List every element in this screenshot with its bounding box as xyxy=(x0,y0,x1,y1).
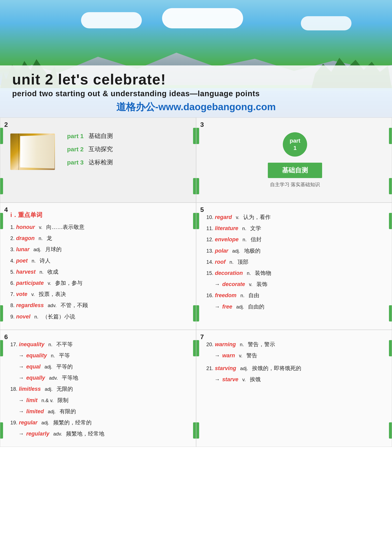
right-accent-top xyxy=(193,128,196,144)
slide-4: 4 i．重点单词 1. honour v. 向……表示敬意 2. dragon … xyxy=(0,203,196,330)
list-item: → free adj. 自由的 xyxy=(215,302,384,311)
left-accent-top xyxy=(0,128,3,144)
list-item: 9. novel n. （长篇）小说 xyxy=(10,312,188,321)
left-accent-top-s3 xyxy=(196,128,199,144)
right-accent-bottom-s7 xyxy=(389,422,392,439)
vocab-list-7: 20. warning n. 警告，警示 → warn v. 警告 21. st… xyxy=(206,340,384,384)
book-pages xyxy=(20,135,55,168)
parts-list: part 1 基础自测 part 2 互动探究 part 3 达标检测 xyxy=(67,132,113,171)
right-accent-bottom-s4 xyxy=(193,305,196,321)
jichuzice-button: 基础自测 xyxy=(268,163,322,178)
left-accent-top-s7 xyxy=(196,340,199,356)
right-accent-top-s3 xyxy=(389,128,392,144)
list-item: 13. polar adj. 地极的 xyxy=(206,246,384,255)
slide-5: 5 10. regard v. 认为，看作 11. literature n. … xyxy=(196,203,392,330)
part-circle: part1 xyxy=(283,132,307,157)
slide-4-number: 4 xyxy=(4,206,8,214)
slide-7: 7 20. warning n. 警告，警示 → warn v. 警告 21. … xyxy=(196,330,392,447)
list-item: part 3 达标检测 xyxy=(67,158,113,167)
list-item: 21. starving adj. 挨饿的，即将饿死的 xyxy=(206,364,384,373)
right-accent-top-s7 xyxy=(389,340,392,356)
list-item: 4. poet n. 诗人 xyxy=(10,257,188,265)
vocab-list-4: 1. honour v. 向……表示敬意 2. dragon n. 龙 3. l… xyxy=(10,223,188,321)
cloud-3 xyxy=(301,16,351,30)
list-item: 11. literature n. 文学 xyxy=(206,224,384,233)
list-item: 3. lunar adj. 月球的 xyxy=(10,245,188,254)
hero-section: unit 2 let's celebrate! period two start… xyxy=(0,0,392,118)
list-item: → limit n.& v. 限制 xyxy=(18,396,188,405)
left-accent-bottom xyxy=(0,178,3,194)
list-item: 20. warning n. 警告，警示 xyxy=(206,340,384,349)
list-item: 15. decoration n. 装饰物 xyxy=(206,269,384,278)
list-item: part 1 基础自测 xyxy=(67,132,113,140)
list-item: 14. roof n. 顶部 xyxy=(206,258,384,266)
right-accent-bottom-s6 xyxy=(193,422,196,439)
vocab-list-6: 17. inequality n. 不平等 → equality n. 平等 →… xyxy=(10,340,188,438)
left-accent-bottom-s3 xyxy=(196,178,199,194)
cloud-1 xyxy=(81,12,142,28)
left-accent-bottom-s7 xyxy=(196,422,199,439)
list-item: → equal adj. 平等的 xyxy=(18,362,188,371)
subtitle: period two starting out & understanding … xyxy=(12,89,380,98)
list-item: 12. envelope n. 信封 xyxy=(206,235,384,244)
list-item: → limited adj. 有限的 xyxy=(18,407,188,416)
list-item: 17. inequality n. 不平等 xyxy=(10,340,188,349)
slide-2-number: 2 xyxy=(4,121,8,128)
left-accent-top-s6 xyxy=(0,340,3,356)
cloud-2 xyxy=(162,8,243,28)
list-item: part 2 互动探究 xyxy=(67,145,113,153)
book-image xyxy=(10,133,55,170)
left-accent-top-s4 xyxy=(0,213,3,229)
right-accent-top-s6 xyxy=(193,340,196,356)
part-circle-text: part1 xyxy=(290,137,301,152)
slide-3: 3 part1 基础自测 自主学习 落实基础知识 xyxy=(196,118,392,203)
website-label: 道格办公-www.daogebangong.com xyxy=(12,100,380,113)
left-accent-bottom-s6 xyxy=(0,422,3,439)
vocab-section-title: i．重点单词 xyxy=(10,211,188,219)
slide-2-content: part 1 基础自测 part 2 互动探究 part 3 达标检测 xyxy=(10,132,188,171)
list-item: 18. limitless adj. 无限的 xyxy=(10,385,188,393)
list-item: 19. regular adj. 频繁的，经常的 xyxy=(10,418,188,427)
main-title: unit 2 let's celebrate! xyxy=(12,71,380,88)
left-accent-top-s5 xyxy=(196,213,199,229)
slide-6: 6 17. inequality n. 不平等 → equality n. 平等… xyxy=(0,330,196,447)
right-accent-bottom xyxy=(193,178,196,194)
slide-6-number: 6 xyxy=(4,333,8,341)
list-item: 2. dragon n. 龙 xyxy=(10,234,188,243)
right-accent-top-s4 xyxy=(193,213,196,229)
list-item: → decorate v. 装饰 xyxy=(215,280,384,289)
list-item: → regularly adv. 频繁地，经常地 xyxy=(18,429,188,438)
slide-7-number: 7 xyxy=(200,333,204,341)
period-two-label: period two xyxy=(12,89,53,98)
list-item: 1. honour v. 向……表示敬意 xyxy=(10,223,188,231)
left-accent-bottom-s5 xyxy=(196,305,199,321)
slides-grid: 2 part 1 基础自测 part 2 互动探究 part 3 达标检测 xyxy=(0,118,392,447)
subtitle-rest: starting out & understanding ideas—langu… xyxy=(56,89,260,98)
jichuzice-subtitle: 自主学习 落实基础知识 xyxy=(270,181,320,188)
list-item: 7. vote v. 投票，表决 xyxy=(10,290,188,299)
list-item: → starve v. 挨饿 xyxy=(215,375,384,384)
list-item: → warn v. 警告 xyxy=(215,351,384,360)
left-accent-bottom-s4 xyxy=(0,305,3,321)
list-item: 16. freedom n. 自由 xyxy=(206,291,384,300)
right-accent-bottom-s5 xyxy=(389,305,392,321)
slide-2: 2 part 1 基础自测 part 2 互动探究 part 3 达标检测 xyxy=(0,118,196,203)
list-item: 10. regard v. 认为，看作 xyxy=(206,213,384,222)
title-overlay: unit 2 let's celebrate! period two start… xyxy=(0,65,392,118)
list-item: 6. participate v. 参加，参与 xyxy=(10,279,188,287)
list-item: → equality n. 平等 xyxy=(18,351,188,360)
slide-5-number: 5 xyxy=(200,206,204,214)
list-item: 5. harvest n. 收成 xyxy=(10,268,188,276)
right-accent-top-s5 xyxy=(389,213,392,229)
list-item: 8. regardless adv. 不管，不顾 xyxy=(10,301,188,310)
slide-3-number: 3 xyxy=(200,121,204,128)
right-accent-bottom-s3 xyxy=(389,178,392,194)
vocab-list-5: 10. regard v. 认为，看作 11. literature n. 文学… xyxy=(206,213,384,311)
list-item: → equally adv. 平等地 xyxy=(18,374,188,382)
